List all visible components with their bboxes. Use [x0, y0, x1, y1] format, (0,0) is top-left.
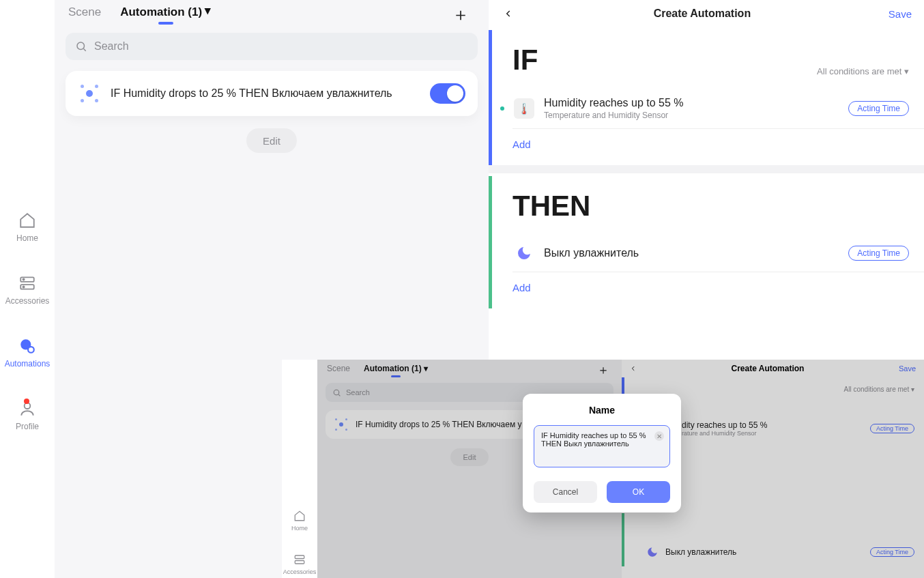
if-condition-row[interactable]: 🌡️ Humidity reaches up to 55 % Temperatu…: [492, 89, 924, 128]
chevron-left-icon: [504, 9, 513, 18]
svg-rect-9: [295, 561, 304, 564]
edit-button[interactable]: Edit: [246, 128, 297, 153]
ok-button[interactable]: OK: [607, 481, 670, 503]
page-title: Create Automation: [516, 8, 889, 20]
cancel-button[interactable]: Cancel: [534, 481, 597, 503]
thermometer-icon: 🌡️: [514, 98, 534, 119]
tabs: Scene Automation (1)▾ ＋: [55, 0, 489, 23]
device-icon: [78, 82, 101, 105]
sidebar-item-label: Automations: [5, 359, 50, 369]
sidebar-item-label: Home: [16, 233, 38, 243]
app-sidebar: Home Accessories Automations Profile: [0, 0, 55, 578]
sidebar-item-home[interactable]: Home: [16, 212, 38, 243]
dialog-title: Name: [534, 405, 670, 416]
tab-automation-label: Automation (1): [120, 5, 202, 18]
chevron-down-icon: ▾: [904, 66, 909, 76]
automations-icon: [18, 337, 36, 355]
if-heading: IF: [512, 44, 538, 76]
add-button[interactable]: ＋: [452, 5, 475, 23]
acting-time-button[interactable]: Acting Time: [848, 246, 909, 261]
then-block: THEN Выкл увлажнитель Acting Time Add: [489, 176, 924, 308]
name-input[interactable]: IF Humidity reaches up to 55 % THEN Выкл…: [534, 425, 670, 467]
then-heading: THEN: [512, 190, 590, 222]
clear-input-button[interactable]: ✕: [654, 431, 664, 441]
action-title: Выкл увлажнитель: [544, 247, 839, 259]
chevron-down-icon: ▾: [205, 3, 211, 18]
sidebar-item-automations[interactable]: Automations: [5, 337, 50, 369]
rename-dialog: Name IF Humidity reaches up to 55 % THEN…: [523, 394, 681, 512]
svg-point-2: [23, 279, 25, 280]
if-block: IF All conditions are met ▾ 🌡️ Humidity …: [489, 30, 924, 165]
acting-time-button[interactable]: Acting Time: [848, 101, 909, 116]
add-condition-button[interactable]: Add: [492, 129, 924, 160]
add-action-button[interactable]: Add: [492, 272, 924, 303]
mini-sidebar-item-accessories[interactable]: Accessories: [283, 553, 317, 575]
accessories-icon: [293, 553, 306, 566]
search-input[interactable]: Search: [66, 33, 478, 60]
tab-automation[interactable]: Automation (1)▾: [120, 5, 211, 23]
home-icon: [293, 510, 306, 522]
automation-detail-pane: Create Automation Save IF All conditions…: [489, 0, 924, 360]
conditions-mode-selector[interactable]: All conditions are met ▾: [817, 66, 909, 76]
sidebar-item-label: Profile: [16, 422, 39, 431]
tab-scene[interactable]: Scene: [68, 5, 101, 23]
status-dot: [500, 106, 504, 111]
moon-icon: [514, 243, 534, 263]
condition-title: Humidity reaches up to 55 %: [544, 97, 839, 109]
sidebar-item-profile[interactable]: Profile: [16, 400, 39, 431]
svg-point-7: [77, 42, 85, 50]
mini-sidebar-item-home[interactable]: Home: [291, 510, 308, 532]
nested-screenshot: Home Accessories Scene Automation (1) ▾ …: [282, 360, 924, 578]
accessories-icon: [18, 274, 36, 292]
automation-card[interactable]: IF Humidity drops to 25 % THEN Включаем …: [66, 71, 478, 116]
notification-dot: [24, 399, 29, 404]
save-button[interactable]: Save: [889, 8, 912, 20]
search-icon: [75, 40, 87, 53]
svg-point-5: [28, 347, 34, 353]
svg-point-3: [23, 286, 25, 287]
name-input-value: IF Humidity reaches up to 55 % THEN Выкл…: [541, 431, 646, 448]
svg-rect-8: [295, 555, 304, 559]
detail-header: Create Automation Save: [489, 0, 924, 27]
sidebar-item-label: Accessories: [5, 296, 50, 306]
then-action-row[interactable]: Выкл увлажнитель Acting Time: [492, 235, 924, 272]
condition-device: Temperature and Humidity Sensor: [544, 111, 839, 120]
automation-card-text: IF Humidity drops to 25 % THEN Включаем …: [111, 87, 420, 100]
search-placeholder: Search: [94, 40, 129, 53]
sidebar-item-accessories[interactable]: Accessories: [5, 274, 50, 306]
back-button[interactable]: [501, 9, 516, 18]
home-icon: [18, 212, 36, 229]
mini-sidebar: Home Accessories: [282, 360, 317, 578]
automation-toggle[interactable]: [430, 83, 465, 104]
